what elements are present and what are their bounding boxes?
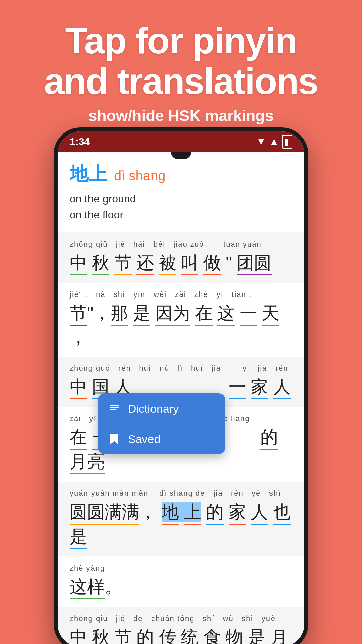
context-menu-popup[interactable]: Dictionary Saved bbox=[98, 393, 225, 454]
svg-rect-1 bbox=[110, 407, 119, 408]
pinyin-line-3: zhōng guó rén huì nǔ lì huí jiā yī jiā r… bbox=[70, 363, 292, 374]
dictionary-menu-icon bbox=[107, 401, 121, 416]
pinyin-line-2: jié"， nà shì yīn wèi zài zhè yī tiān， bbox=[70, 289, 292, 300]
saved-menu-item[interactable]: Saved bbox=[98, 424, 225, 454]
dict-chinese-word: 地上 bbox=[70, 162, 107, 187]
chinese-line-7: 中 秋 节 的 传 统 食 物 是 月 bbox=[70, 625, 292, 644]
phone-inner: 1:34 ▼ ▲ ▮ 地上 dì shang on the ground on … bbox=[58, 131, 304, 644]
content-area[interactable]: zhōng qiū jié hái bèi jiào zuò tuán yuán… bbox=[58, 232, 304, 644]
text-block-5[interactable]: yuán yuán mǎn mǎn dì shang de jiā rén yě… bbox=[58, 482, 304, 556]
text-block-2[interactable]: jié"， nà shì yīn wèi zài zhè yī tiān， 节"… bbox=[58, 283, 304, 357]
text-block-7[interactable]: zhōng qiū jié de chuán tǒng shí wù shì y… bbox=[58, 607, 304, 644]
header-subtitle: show/hide HSK markings bbox=[20, 107, 342, 125]
chinese-line-6: 这样。 bbox=[70, 575, 292, 599]
header-title: Tap for pinyin and translations bbox=[20, 20, 342, 101]
dict-meaning-line2: on the floor bbox=[70, 209, 123, 221]
status-icons: ▼ ▲ ▮ bbox=[257, 135, 292, 149]
pinyin-line-7: zhōng qiū jié de chuán tǒng shí wù shì y… bbox=[70, 613, 292, 624]
signal-icon: ▲ bbox=[269, 136, 279, 147]
status-time: 1:34 bbox=[70, 136, 90, 147]
wifi-icon: ▼ bbox=[257, 136, 266, 147]
pinyin-line-5: yuán yuán mǎn mǎn dì shang de jiā rén yě… bbox=[70, 488, 292, 499]
phone-notch bbox=[171, 152, 191, 159]
header-title-line2: and translations bbox=[44, 60, 318, 102]
chinese-line-2: 节"，那 是 因为 在 这 一 天， bbox=[70, 301, 292, 349]
header-area: Tap for pinyin and translations show/hid… bbox=[0, 0, 362, 138]
status-bar: 1:34 ▼ ▲ ▮ bbox=[58, 131, 304, 152]
svg-rect-0 bbox=[110, 405, 119, 406]
battery-icon: ▮ bbox=[282, 135, 292, 149]
phone-frame: 1:34 ▼ ▲ ▮ 地上 dì shang on the ground on … bbox=[54, 127, 308, 644]
pinyin-line-1: zhōng qiū jié hái bèi jiào zuò tuán yuán bbox=[70, 239, 292, 250]
pinyin-line-6: zhè yàng bbox=[70, 563, 292, 574]
chinese-line-1: 中 秋 节 还 被 叫 做 " 团圆 bbox=[70, 251, 292, 275]
chinese-line-5: 圆圆满满， 地 上 的 家 人 也 是 bbox=[70, 500, 292, 549]
dictionary-header[interactable]: 地上 dì shang on the ground on the floor bbox=[58, 152, 304, 232]
saved-menu-label: Saved bbox=[128, 433, 160, 446]
svg-rect-2 bbox=[110, 409, 116, 410]
saved-menu-icon bbox=[107, 432, 121, 446]
header-title-line1: Tap for pinyin bbox=[65, 20, 297, 61]
dict-pinyin: dì shang bbox=[114, 168, 165, 183]
dict-meaning-line1: on the ground bbox=[70, 193, 136, 205]
dictionary-menu-item[interactable]: Dictionary bbox=[98, 393, 225, 424]
text-block-1[interactable]: zhōng qiū jié hái bèi jiào zuò tuán yuán… bbox=[58, 232, 304, 283]
dict-meaning: on the ground on the floor bbox=[70, 191, 292, 223]
dictionary-menu-label: Dictionary bbox=[128, 402, 179, 415]
text-block-6[interactable]: zhè yàng 这样。 bbox=[58, 556, 304, 607]
